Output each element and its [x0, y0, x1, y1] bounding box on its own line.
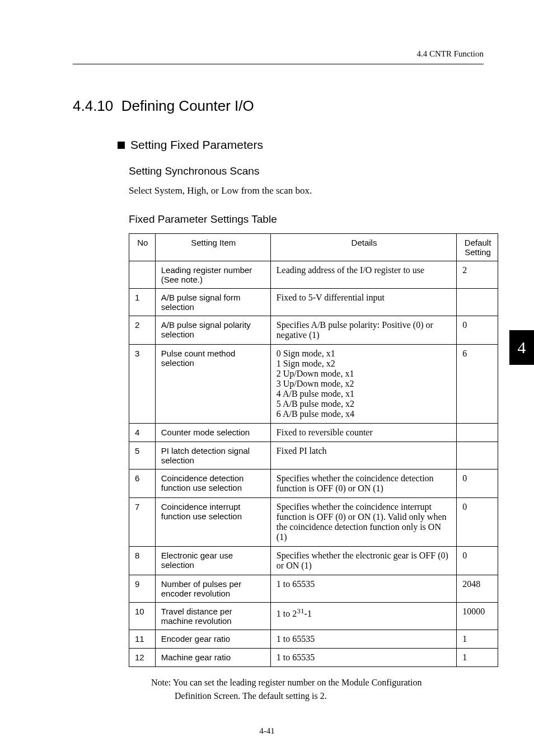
- th-item: Setting Item: [155, 234, 270, 261]
- cell-item: A/B pulse signal polarity selection: [155, 316, 270, 345]
- cell-item: Encoder gear ratio: [155, 630, 270, 649]
- cell-details: Specifies whether the electronic gear is…: [270, 547, 456, 575]
- cell-details: Specifies whether the coincidence interr…: [270, 498, 456, 547]
- footnote: Note: You can set the leading register n…: [151, 676, 484, 703]
- cell-no: 9: [129, 575, 156, 603]
- cell-details: Fixed to 5-V differential input: [270, 289, 456, 316]
- cell-default: [457, 424, 498, 442]
- cell-details: Specifies whether the coincidence detect…: [270, 469, 456, 498]
- cell-item: Counter mode selection: [155, 424, 270, 442]
- chapter-tab: 4: [509, 330, 534, 365]
- table-row: 9 Number of pulses per encoder revolutio…: [129, 575, 498, 603]
- fixed-parameters-table: No Setting Item Details Default Setting …: [129, 233, 498, 667]
- cell-default: 6: [457, 345, 498, 424]
- table-header-row: No Setting Item Details Default Setting: [129, 234, 498, 261]
- section-number: 4.4.10: [73, 97, 113, 114]
- cell-item: Electronic gear use selection: [155, 547, 270, 575]
- cell-no: 6: [129, 469, 156, 498]
- cell-item: Coincidence interrupt function use selec…: [155, 498, 270, 547]
- cell-no: 12: [129, 649, 156, 667]
- th-default-l2: Setting: [465, 247, 491, 257]
- header-rule: [73, 64, 484, 64]
- cell-item: Travel distance per machine revolution: [155, 603, 270, 630]
- cell-no: 10: [129, 603, 156, 630]
- cell-default: 0: [457, 469, 498, 498]
- cell-default: 10000: [457, 603, 498, 630]
- th-details: Details: [270, 234, 456, 261]
- details-pre: 1 to 2: [277, 609, 297, 618]
- cell-default: 2048: [457, 575, 498, 603]
- cell-no: 7: [129, 498, 156, 547]
- cell-no: 2: [129, 316, 156, 345]
- table-row: 3 Pulse count method selection 0 Sign mo…: [129, 345, 498, 424]
- table-row: 1 A/B pulse signal form selection Fixed …: [129, 289, 498, 316]
- cell-details: 0 Sign mode, x1 1 Sign mode, x2 2 Up/Dow…: [270, 345, 456, 424]
- subheading-fixed-param-table: Fixed Parameter Settings Table: [129, 213, 484, 226]
- cell-no: 1: [129, 289, 156, 316]
- details-post: -1: [305, 609, 312, 618]
- page-number: 4-41: [0, 726, 534, 736]
- section-heading: 4.4.10 Defining Counter I/O: [73, 97, 484, 115]
- cell-item: Number of pulses per encoder revolution: [155, 575, 270, 603]
- details-sup: 31: [297, 607, 304, 615]
- subheading-level1: Setting Fixed Parameters: [118, 138, 484, 152]
- cell-item: Coincidence detection function use selec…: [155, 469, 270, 498]
- th-no: No: [129, 234, 156, 261]
- cell-details: 1 to 65535: [270, 575, 456, 603]
- cell-item: PI latch detection signal selection: [155, 442, 270, 469]
- cell-item: Pulse count method selection: [155, 345, 270, 424]
- table-row: 4 Counter mode selection Fixed to revers…: [129, 424, 498, 442]
- cell-item: Leading register number (See note.): [155, 261, 270, 289]
- table-row: 11 Encoder gear ratio 1 to 65535 1: [129, 630, 498, 649]
- cell-details: 1 to 65535: [270, 649, 456, 667]
- table-row: 6 Coincidence detection function use sel…: [129, 469, 498, 498]
- cell-default: 1: [457, 649, 498, 667]
- cell-no: 3: [129, 345, 156, 424]
- table-row: 8 Electronic gear use selection Specifie…: [129, 547, 498, 575]
- cell-default: [457, 442, 498, 469]
- table-row: Leading register number (See note.) Lead…: [129, 261, 498, 289]
- th-default: Default Setting: [457, 234, 498, 261]
- cell-details: Leading address of the I/O register to u…: [270, 261, 456, 289]
- cell-default: 1: [457, 630, 498, 649]
- cell-details: Fixed PI latch: [270, 442, 456, 469]
- cell-no: 8: [129, 547, 156, 575]
- table-row: 7 Coincidence interrupt function use sel…: [129, 498, 498, 547]
- breadcrumb: 4.4 CNTR Function: [416, 49, 484, 59]
- cell-default: 0: [457, 316, 498, 345]
- cell-no: 4: [129, 424, 156, 442]
- cell-no: 11: [129, 630, 156, 649]
- cell-item: Machine gear ratio: [155, 649, 270, 667]
- content: 4.4.10 Defining Counter I/O Setting Fixe…: [73, 97, 484, 703]
- cell-default: 2: [457, 261, 498, 289]
- page: 4.4 CNTR Function 4.4.10 Defining Counte…: [0, 0, 534, 756]
- table-row: 2 A/B pulse signal polarity selection Sp…: [129, 316, 498, 345]
- footnote-line2: Definition Screen. The default setting i…: [151, 689, 484, 703]
- table-row: 5 PI latch detection signal selection Fi…: [129, 442, 498, 469]
- cell-details: Fixed to reversible counter: [270, 424, 456, 442]
- cell-default: 0: [457, 547, 498, 575]
- cell-details: Specifies A/B pulse polarity: Positive (…: [270, 316, 456, 345]
- table-row: 10 Travel distance per machine revolutio…: [129, 603, 498, 630]
- cell-default: 0: [457, 498, 498, 547]
- subheading-level1-text: Setting Fixed Parameters: [130, 138, 263, 152]
- th-default-l1: Default: [465, 238, 491, 247]
- footnote-line1: Note: You can set the leading register n…: [151, 676, 484, 689]
- section-title: Defining Counter I/O: [121, 97, 254, 114]
- cell-no: [129, 261, 156, 289]
- cell-details: 1 to 65535: [270, 630, 456, 649]
- cell-no: 5: [129, 442, 156, 469]
- cell-details: 1 to 231-1: [270, 603, 456, 630]
- body-sync-scans: Select System, High, or Low from the sca…: [129, 185, 484, 196]
- table-row: 12 Machine gear ratio 1 to 65535 1: [129, 649, 498, 667]
- square-bullet-icon: [118, 142, 125, 149]
- cell-item: A/B pulse signal form selection: [155, 289, 270, 316]
- subheading-sync-scans: Setting Synchronous Scans: [129, 165, 484, 177]
- cell-default: [457, 289, 498, 316]
